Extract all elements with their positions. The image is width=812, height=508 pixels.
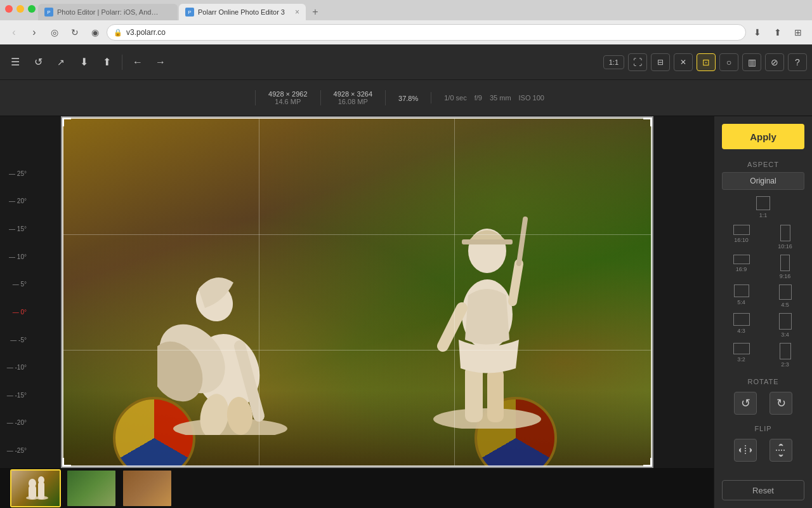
menu-button[interactable]: ☰ (5, 52, 25, 72)
aspect-item-2to3[interactable]: 2:3 (766, 343, 804, 368)
maximize-window-btn[interactable] (28, 5, 36, 13)
compare-button[interactable]: ⊟ (651, 53, 670, 71)
nav-back-button[interactable]: ‹ (5, 23, 23, 41)
svg-rect-13 (462, 239, 513, 244)
new-tab-button[interactable]: + (307, 4, 324, 20)
aspect-item-3to2[interactable]: 3:2 (722, 343, 761, 368)
angle-text-15: — 15° (6, 225, 27, 232)
close-window-btn[interactable] (5, 5, 13, 13)
aspect-item-1to1[interactable]: 1:1 (756, 196, 770, 218)
figurine-left-svg (157, 219, 303, 435)
aspect-label-4to3: 4:3 (737, 328, 745, 334)
rotate-cw-button[interactable]: ↻ (769, 392, 792, 415)
crop-tool-button[interactable]: ⊡ (697, 53, 716, 71)
nav-forward-button[interactable]: › (25, 23, 43, 41)
angle-text-10: — 10° (6, 253, 27, 260)
download-icon-btn[interactable]: ⬇ (749, 23, 766, 41)
original-aspect-button[interactable]: Original (722, 172, 804, 190)
angle-mark-20: — 20° (6, 197, 27, 204)
ssl-lock-icon: 🔒 (114, 29, 122, 37)
download-button[interactable]: ⬇ (74, 52, 94, 72)
nav-polarr2-icon[interactable]: ◉ (86, 23, 104, 41)
svg-rect-10 (487, 368, 504, 422)
history-button[interactable]: ↺ (28, 52, 48, 72)
aperture-value: f/9 (475, 94, 482, 102)
flip-label: FLIP (722, 422, 804, 439)
tab-favicon-1: P (44, 8, 53, 17)
nav-polarr-icon[interactable]: ◎ (46, 23, 63, 41)
aspect-item-10to16[interactable]: 10:16 (766, 225, 804, 250)
svg-line-15 (513, 264, 519, 302)
aspect-label-16to9: 16:9 (736, 266, 747, 272)
aspect-item-16to10[interactable]: 16:10 (722, 225, 761, 250)
aspect-icon-16to9 (733, 255, 750, 264)
fit-button[interactable]: ⛶ (628, 53, 647, 71)
angle-mark-25: — 25° (6, 170, 27, 177)
aspect-label-3to4: 3:4 (781, 331, 789, 338)
aspect-item-9to16[interactable]: 9:16 (766, 255, 804, 279)
redo-button[interactable]: ↗ (51, 52, 71, 72)
angle-text-n20: — -20° (6, 419, 27, 426)
meta-original: 4928 × 2962 14.6 MP (255, 90, 320, 105)
aspect-item-3to4[interactable]: 3:4 (766, 313, 804, 338)
aspect-label-16to10: 16:10 (734, 237, 749, 243)
reset-button[interactable]: Reset (722, 480, 804, 500)
crop-mp: 16.08 MP (338, 98, 368, 105)
address-bar[interactable]: 🔒 v3.polarr.co (107, 24, 746, 41)
meta-crop: 4928 × 3264 16.08 MP (321, 90, 386, 105)
film-thumb-3[interactable] (122, 469, 173, 507)
aspect-item-4to5[interactable]: 4:5 (766, 284, 804, 308)
angle-text-20: — 20° (6, 197, 27, 204)
tab-favicon-2: P (185, 8, 194, 17)
aspect-icon-2to3 (780, 343, 791, 359)
flip-horizontal-button[interactable] (734, 439, 757, 462)
aspect-icon-1to1 (756, 196, 770, 210)
svg-point-22 (38, 476, 44, 484)
aspect-icon-3to4 (779, 313, 792, 330)
browser-tab-active[interactable]: P Polarr Online Photo Editor 3 × (179, 4, 306, 20)
tab-close-2[interactable]: × (295, 8, 299, 17)
angle-mark-n15: — -15° (6, 392, 27, 399)
angle-text-n25: — -25° (6, 447, 27, 454)
cancel-crop-button[interactable]: ⊘ (765, 53, 784, 71)
browser-tab-bar: P Photo Editor | Polarr: iOS, Android, W… (0, 0, 812, 20)
angle-mark-10: — 10° (6, 253, 27, 260)
share-btn[interactable]: ⬆ (769, 23, 787, 41)
tool-row: ☰ ↺ ↗ ⬇ ⬆ ← → 1:1 ⛶ ⊟ ✕ ⊡ ○ ▥ ⊘ ? (0, 44, 812, 80)
photo-container[interactable] (61, 116, 653, 468)
film-thumb-1[interactable] (10, 469, 61, 507)
app-toolbar: ☰ ↺ ↗ ⬇ ⬆ ← → 1:1 ⛶ ⊟ ✕ ⊡ ○ ▥ ⊘ ? (0, 44, 812, 116)
circle-crop-button[interactable]: ○ (719, 53, 738, 71)
angle-ruler: — 25° — 20° — 15° — 10° — 5° — 0° (6, 160, 27, 465)
aspect-item-5to4[interactable]: 5:4 (722, 284, 761, 308)
crop-size: 4928 × 3264 (334, 90, 372, 98)
browser-tab-inactive[interactable]: P Photo Editor | Polarr: iOS, Android, W… (38, 4, 178, 20)
upload-button[interactable]: ⬆ (96, 52, 117, 72)
angle-text-5: — 5° (6, 281, 27, 288)
nav-reload-button[interactable]: ↻ (66, 23, 84, 41)
flip-section: FLIP (714, 420, 812, 467)
zoom-1to1-button[interactable]: 1:1 (603, 55, 624, 69)
aspect-label-2to3: 2:3 (781, 361, 789, 368)
help-button[interactable]: ? (788, 53, 807, 71)
canvas-wrapper (0, 116, 714, 468)
forward-button[interactable]: → (150, 52, 171, 72)
apply-button[interactable]: Apply (722, 124, 804, 149)
original-size: 4928 × 2962 (268, 90, 307, 98)
info-button[interactable]: ✕ (674, 53, 693, 71)
aspect-icon-3to2 (733, 343, 750, 354)
rotate-ccw-button[interactable]: ↺ (734, 392, 757, 415)
tab-label-1: Photo Editor | Polarr: iOS, Android, Win… (57, 8, 159, 16)
flip-vertical-button[interactable] (769, 439, 792, 462)
film-thumb-2[interactable] (66, 469, 117, 507)
angle-mark-15: — 15° (6, 225, 27, 232)
aspect-item-4to3[interactable]: 4:3 (722, 313, 761, 338)
minimize-window-btn[interactable] (16, 5, 24, 13)
aspect-item-16to9[interactable]: 16:9 (722, 255, 761, 279)
window-btn[interactable]: ⊞ (789, 23, 807, 41)
svg-rect-9 (465, 365, 483, 422)
undo-button[interactable]: ← (128, 52, 148, 72)
aspect-icon-4to5 (779, 284, 792, 300)
aspect-label-5to4: 5:4 (737, 299, 745, 305)
split-view-button[interactable]: ▥ (742, 53, 761, 71)
